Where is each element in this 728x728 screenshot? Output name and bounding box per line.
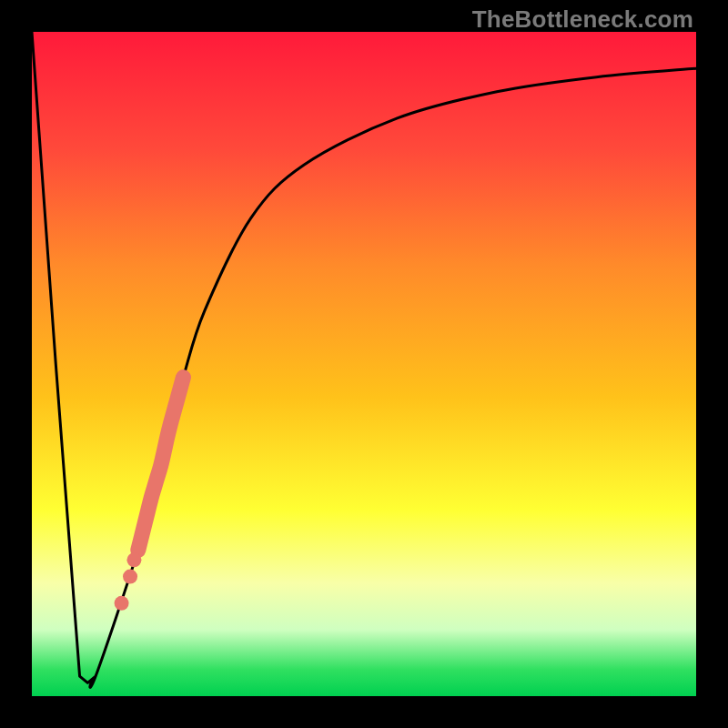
- salmon-dot-1: [123, 570, 137, 584]
- salmon-dots-group: [115, 552, 142, 610]
- salmon-dot-2: [126, 552, 141, 567]
- bottleneck-curve-line: [32, 32, 696, 687]
- salmon-dot-0: [115, 596, 129, 611]
- watermark-text: TheBottleneck.com: [472, 5, 693, 34]
- curve-svg: [32, 32, 696, 696]
- plot-area: [32, 32, 696, 696]
- chart-frame: TheBottleneck.com: [0, 0, 728, 728]
- salmon-overlay-segment: [138, 378, 184, 551]
